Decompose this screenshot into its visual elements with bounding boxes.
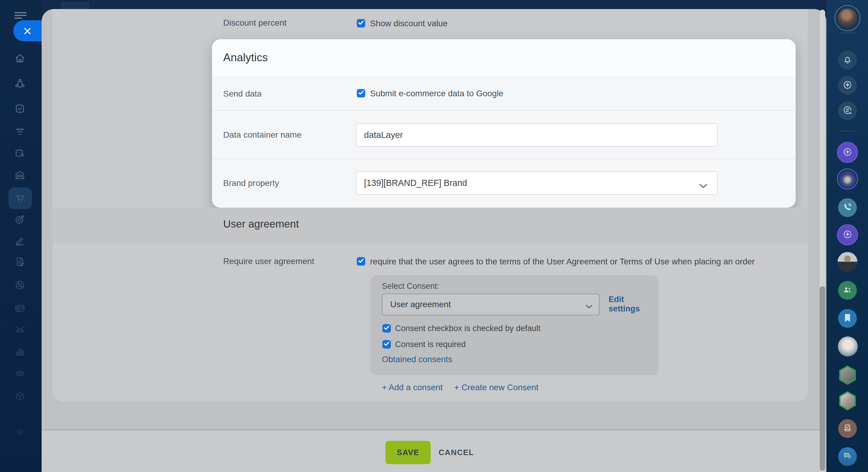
ai-bot-chat[interactable] [837, 142, 858, 163]
consent-default-label: Consent checkbox is checked by default [395, 324, 540, 333]
discount-percent-label: Discount percent [223, 18, 286, 28]
obtained-consents-link[interactable]: Obtained consents [382, 355, 453, 364]
modal-overlay: Discount percent Show discount value Ana… [42, 9, 826, 472]
scrollbar-thumb[interactable] [820, 286, 825, 471]
select-consent-label: Select Consent: [382, 282, 439, 291]
analytics-section: Analytics Send data Submit e-commerce da… [212, 39, 796, 208]
comments-button[interactable] [838, 447, 857, 466]
bookmark-icon [842, 313, 852, 324]
brand-property-select[interactable]: [139][BRAND_REF] Brand [356, 171, 718, 195]
channel-avatar[interactable] [838, 391, 857, 410]
ballot-icon [842, 423, 852, 434]
submit-ecommerce-checkbox[interactable] [357, 89, 365, 97]
send-data-label: Send data [223, 89, 262, 99]
consent-required-label: Consent is required [395, 340, 466, 349]
edit-settings-link[interactable]: Edit settings [609, 295, 651, 314]
document-edit-icon[interactable] [14, 256, 25, 267]
scrollbar[interactable] [820, 10, 825, 472]
show-discount-checkbox[interactable] [357, 19, 365, 27]
notifications-button[interactable] [838, 51, 857, 69]
consent-default-checkbox[interactable] [382, 324, 391, 332]
top-bar [0, 0, 868, 9]
bot-icon[interactable] [14, 324, 25, 335]
right-sidebar [826, 0, 868, 472]
contact-avatar[interactable] [837, 168, 858, 189]
modal-footer: SAVE CANCEL [42, 430, 826, 472]
consent-select[interactable]: User agreement [382, 294, 599, 315]
brand-property-row: Brand property [139][BRAND_REF] Brand [212, 159, 796, 207]
chat-bubbles-icon [842, 451, 852, 462]
package-icon[interactable] [14, 391, 25, 402]
group-chat-button[interactable] [838, 281, 857, 300]
settings-icon[interactable] [14, 426, 25, 437]
check-icon [384, 342, 390, 347]
sparkle-circle-icon [842, 147, 852, 158]
people-icon [842, 285, 852, 296]
settings-form: Discount percent Show discount value Ana… [53, 9, 808, 402]
bell-icon [842, 54, 852, 66]
analytics-title: Analytics [223, 51, 268, 64]
cart-icon[interactable] [14, 193, 25, 204]
ai-bot-chat[interactable] [837, 224, 858, 245]
filter-icon[interactable] [14, 126, 25, 137]
submit-ecommerce-label: Submit e-commerce data to Google [370, 89, 503, 98]
contacts-icon[interactable] [14, 303, 25, 314]
analytics-icon[interactable] [14, 346, 25, 357]
brand-property-label: Brand property [223, 178, 279, 188]
consent-panel: Select Consent: User agreement Edit sett… [370, 275, 659, 375]
camera-icon[interactable] [14, 368, 25, 379]
saved-messages-button[interactable] [838, 309, 857, 328]
divider [840, 33, 855, 33]
require-agreement-text: require that the user agrees to the term… [370, 257, 755, 266]
tasks-icon[interactable] [14, 103, 25, 114]
check-icon [358, 259, 364, 264]
profile-avatar[interactable] [835, 5, 861, 31]
avatar [840, 393, 855, 409]
cancel-button[interactable]: CANCEL [432, 441, 480, 464]
send-data-row: Send data Submit e-commerce data to Goog… [212, 76, 796, 111]
show-discount-label: Show discount value [370, 19, 447, 28]
sparkle-circle-icon [842, 80, 852, 91]
check-icon [384, 326, 390, 331]
home-icon[interactable] [14, 53, 25, 64]
contact-avatar[interactable] [838, 252, 858, 272]
avatar [838, 8, 857, 28]
avatar [840, 367, 855, 383]
consent-required-checkbox[interactable] [382, 340, 391, 349]
contact-avatar[interactable] [838, 336, 858, 356]
avatar [839, 170, 856, 188]
user-agreement-title: User agreement [223, 218, 299, 230]
chat-translate-button[interactable] [838, 101, 857, 120]
data-container-input[interactable] [356, 123, 718, 147]
phone-icon [842, 202, 852, 213]
data-container-label: Data container name [223, 130, 302, 140]
save-button[interactable]: SAVE [385, 441, 431, 464]
require-agreement-checkbox[interactable] [357, 257, 365, 266]
top-bar-tab [60, 2, 89, 9]
sparkle-circle-icon [842, 229, 852, 240]
consent-select-value: User agreement [390, 300, 451, 309]
network-icon[interactable] [14, 78, 25, 89]
create-consent-link[interactable]: + Create new Consent [454, 383, 538, 392]
user-agreement-section-header: User agreement [53, 208, 808, 244]
signature-icon[interactable] [14, 235, 25, 246]
calls-button[interactable] [838, 198, 857, 217]
ai-assistant-button[interactable] [838, 76, 857, 95]
divider [840, 131, 855, 131]
data-container-row: Data container name [212, 111, 796, 159]
brand-property-value: [139][BRAND_REF] Brand [364, 178, 467, 188]
target-icon[interactable] [14, 214, 25, 225]
channel-avatar[interactable] [838, 365, 857, 385]
check-icon [358, 21, 364, 26]
chat-arrows-icon [842, 105, 852, 117]
discount-icon[interactable] [14, 280, 25, 291]
check-icon [358, 91, 364, 96]
add-consent-link[interactable]: + Add a consent [382, 383, 443, 392]
calendar-icon[interactable] [14, 148, 25, 159]
warehouse-icon[interactable] [14, 170, 25, 180]
close-tour-button[interactable] [13, 20, 42, 41]
left-sidebar [0, 0, 42, 472]
require-agreement-label: Require user agreement [223, 257, 314, 266]
polls-button[interactable] [838, 419, 857, 438]
menu-icon[interactable] [14, 12, 27, 21]
